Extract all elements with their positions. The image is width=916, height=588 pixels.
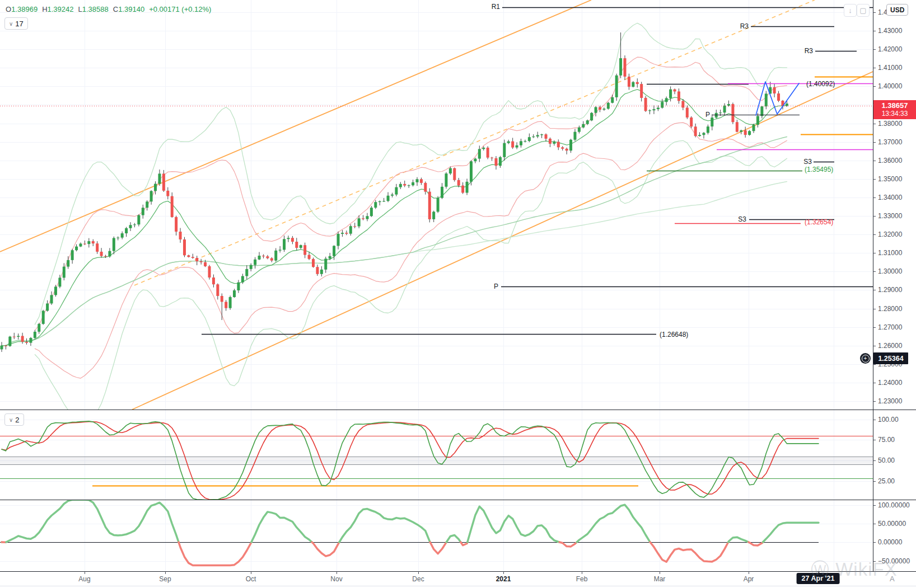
axis-auto-label: A [890, 575, 895, 583]
low-label: L [78, 5, 82, 13]
watermark-text: WikiFX [835, 559, 897, 580]
download-button[interactable]: ↓ [844, 4, 857, 17]
main-pane-dropdown[interactable]: ∨ 17 [4, 17, 28, 30]
crosshair-price-value: 1.25364 [878, 355, 903, 363]
currency-label: USD [890, 6, 904, 14]
change-value: +0.00171 (+0.12%) [149, 5, 211, 13]
last-price-badge: 1.38657 13:34:33 [873, 100, 916, 119]
watermark-logo-icon: Ⓦ [811, 559, 830, 580]
fullscreen-button[interactable]: ▢ [857, 4, 870, 17]
close-value: 1.39140 [118, 5, 144, 13]
moving-averages [2, 90, 787, 346]
trendlines [0, 0, 873, 410]
stochastic-pane-dropdown[interactable]: ∨ 2 [4, 413, 24, 426]
pane-borders [0, 0, 916, 586]
high-value: 1.39242 [48, 5, 74, 13]
open-label: O [6, 5, 11, 13]
low-value: 1.38588 [82, 5, 109, 13]
candles-layer [1, 32, 788, 352]
chevron-down-icon: ∨ [9, 21, 13, 27]
add-alert-plus-button[interactable]: + [860, 353, 871, 364]
axis-auto-toggle[interactable]: A [890, 575, 895, 583]
ohlc-legend: O1.38969H1.39242L1.38588C1.39140+0.00171… [6, 5, 211, 13]
main-pane-dropdown-label: 17 [15, 20, 23, 28]
chevron-down-icon: ∨ [9, 417, 13, 423]
currency-toggle[interactable]: USD [886, 4, 908, 16]
band-lines [35, 23, 787, 425]
fullscreen-icon: ▢ [859, 6, 866, 15]
close-label: C [113, 5, 118, 13]
last-price-value: 1.38657 [882, 102, 908, 110]
plus-icon: + [862, 355, 870, 363]
bar-countdown: 13:34:33 [882, 110, 908, 118]
chart-canvas[interactable] [0, 0, 916, 588]
crosshair-price-badge: 1.25364 [873, 352, 908, 364]
open-value: 1.38969 [11, 5, 38, 13]
watermark: Ⓦ WikiFX [811, 557, 898, 582]
trading-chart-window: R1R3R3(1.40092)PS3(1.35495)S3(1.32654)(1… [0, 0, 916, 588]
download-icon: ↓ [848, 6, 852, 15]
high-label: H [42, 5, 47, 13]
momentum-pane [0, 500, 819, 565]
level-lines [0, 8, 873, 335]
stochastic-pane-dropdown-label: 2 [15, 416, 19, 424]
